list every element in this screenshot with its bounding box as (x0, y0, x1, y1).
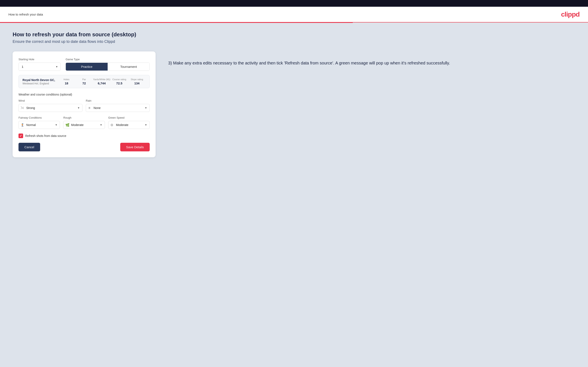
course-rating-stat: Course rating 72.5 (111, 78, 128, 85)
main-content: How to refresh your data from source (de… (0, 23, 588, 367)
fairway-label: Fairway Conditions (18, 116, 60, 119)
fairway-select[interactable]: Normal (18, 121, 60, 129)
green-speed-select-wrapper[interactable]: ⚙ Moderate ▼ (108, 121, 150, 129)
holes-label: Holes (58, 78, 75, 81)
refresh-checkbox[interactable]: ✓ (18, 133, 23, 138)
fairway-group: Fairway Conditions 🏌 Normal ▼ (18, 116, 60, 129)
rough-group: Rough 🌿 Moderate ▼ (63, 116, 105, 129)
logo: clippd (561, 10, 579, 18)
checkmark-icon: ✓ (19, 134, 22, 138)
starting-hole-label: Starting Hole (18, 58, 61, 61)
slope-rating-value: 134 (128, 82, 146, 85)
wind-label: Wind (18, 99, 82, 102)
par-value: 72 (75, 82, 93, 85)
form-card: Starting Hole 1 ▼ Game Type Practice Tou… (13, 51, 156, 157)
top-form-row: Starting Hole 1 ▼ Game Type Practice Tou… (18, 58, 150, 71)
wind-group: Wind 🌬 Strong ▼ (18, 99, 82, 112)
info-panel: 3) Make any extra edits necessary to the… (168, 51, 575, 66)
form-actions: Cancel Save Details (18, 143, 150, 151)
tournament-button[interactable]: Tournament (108, 63, 149, 71)
refresh-checkbox-row: ✓ Refresh shots from data source (18, 133, 150, 138)
course-name: Royal North Devon GC, (23, 78, 58, 82)
holes-value: 18 (58, 82, 75, 85)
rain-label: Rain (86, 99, 150, 102)
practice-button[interactable]: Practice (66, 63, 108, 71)
yards-label: Yards/White (M)) (93, 78, 111, 81)
rough-select[interactable]: Moderate (63, 121, 105, 129)
holes-stat: Holes 18 (58, 78, 75, 85)
slope-rating-stat: Slope rating 134 (128, 78, 146, 85)
yards-value: 6,744 (93, 82, 111, 85)
green-speed-label: Green Speed (108, 116, 150, 119)
slope-rating-label: Slope rating (128, 78, 146, 81)
cancel-button[interactable]: Cancel (18, 143, 40, 151)
conditions-fairway-rough-green: Fairway Conditions 🏌 Normal ▼ Rough 🌿 (18, 116, 150, 129)
course-info-row: Royal North Devon GC, Westward Ho!, Engl… (18, 75, 150, 88)
starting-hole-select-wrapper[interactable]: 1 ▼ (18, 63, 61, 71)
wind-select[interactable]: Strong (18, 104, 82, 112)
rain-select-wrapper[interactable]: ☀ None ▼ (86, 104, 150, 112)
info-text: 3) Make any extra edits necessary to the… (168, 60, 575, 66)
course-name-block: Royal North Devon GC, Westward Ho!, Engl… (23, 78, 58, 85)
conditions-title: Weather and course conditions (optional) (18, 93, 150, 96)
rain-select[interactable]: None (86, 104, 150, 112)
save-button[interactable]: Save Details (120, 143, 150, 151)
game-type-toggle: Practice Tournament (66, 63, 150, 71)
yards-stat: Yards/White (M)) 6,744 (93, 78, 111, 85)
course-location: Westward Ho!, England (23, 82, 58, 85)
green-speed-group: Green Speed ⚙ Moderate ▼ (108, 116, 150, 129)
header: How to refresh your data clippd (0, 7, 588, 23)
starting-hole-group: Starting Hole 1 ▼ (18, 58, 61, 71)
page-heading: How to refresh your data from source (de… (13, 31, 575, 38)
par-stat: Par 72 (75, 78, 93, 85)
page-subheading: Ensure the correct and most up to date d… (13, 40, 575, 44)
rough-select-wrapper[interactable]: 🌿 Moderate ▼ (63, 121, 105, 129)
game-type-group: Game Type Practice Tournament (66, 58, 150, 71)
refresh-label: Refresh shots from data source (25, 134, 66, 138)
course-rating-value: 72.5 (111, 82, 128, 85)
header-title: How to refresh your data (9, 13, 43, 16)
par-label: Par (75, 78, 93, 81)
fairway-select-wrapper[interactable]: 🏌 Normal ▼ (18, 121, 60, 129)
course-rating-label: Course rating (111, 78, 128, 81)
conditions-wind-rain: Wind 🌬 Strong ▼ Rain ☀ None (18, 99, 150, 112)
top-bar (0, 0, 588, 7)
game-type-label: Game Type (66, 58, 150, 61)
rough-label: Rough (63, 116, 105, 119)
content-row: Starting Hole 1 ▼ Game Type Practice Tou… (13, 51, 575, 157)
rain-group: Rain ☀ None ▼ (86, 99, 150, 112)
green-speed-select[interactable]: Moderate (108, 121, 150, 129)
starting-hole-select[interactable]: 1 (18, 63, 61, 71)
wind-select-wrapper[interactable]: 🌬 Strong ▼ (18, 104, 82, 112)
